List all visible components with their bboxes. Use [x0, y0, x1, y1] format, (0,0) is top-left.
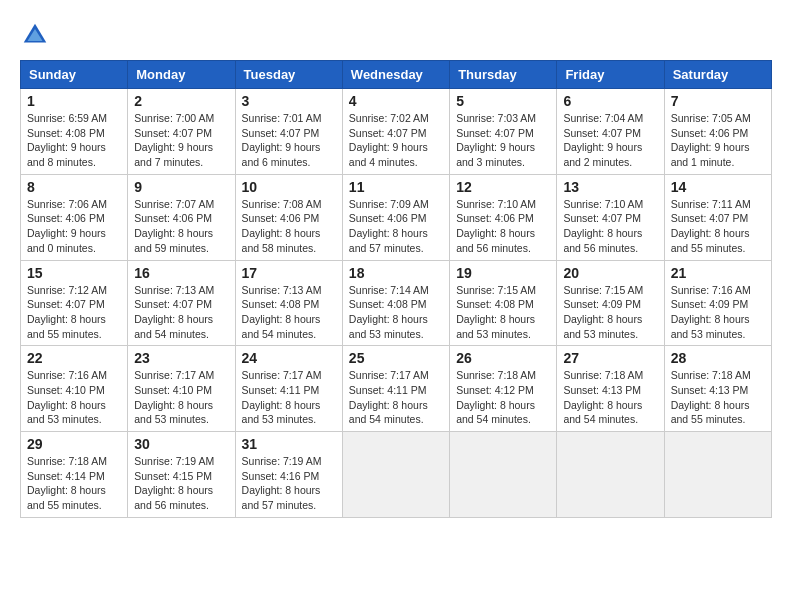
calendar-cell: 20Sunrise: 7:15 AMSunset: 4:09 PMDayligh… — [557, 260, 664, 346]
calendar-cell — [557, 432, 664, 518]
day-info: Sunrise: 7:12 AMSunset: 4:07 PMDaylight:… — [27, 283, 121, 342]
day-info: Sunrise: 7:14 AMSunset: 4:08 PMDaylight:… — [349, 283, 443, 342]
calendar-cell: 11Sunrise: 7:09 AMSunset: 4:06 PMDayligh… — [342, 174, 449, 260]
day-info: Sunrise: 7:19 AMSunset: 4:15 PMDaylight:… — [134, 454, 228, 513]
calendar-cell: 1Sunrise: 6:59 AMSunset: 4:08 PMDaylight… — [21, 89, 128, 175]
day-number: 19 — [456, 265, 550, 281]
day-number: 15 — [27, 265, 121, 281]
calendar-cell: 27Sunrise: 7:18 AMSunset: 4:13 PMDayligh… — [557, 346, 664, 432]
calendar-cell: 14Sunrise: 7:11 AMSunset: 4:07 PMDayligh… — [664, 174, 771, 260]
calendar-cell: 28Sunrise: 7:18 AMSunset: 4:13 PMDayligh… — [664, 346, 771, 432]
day-info: Sunrise: 7:00 AMSunset: 4:07 PMDaylight:… — [134, 111, 228, 170]
day-info: Sunrise: 7:13 AMSunset: 4:07 PMDaylight:… — [134, 283, 228, 342]
calendar-cell: 12Sunrise: 7:10 AMSunset: 4:06 PMDayligh… — [450, 174, 557, 260]
day-number: 24 — [242, 350, 336, 366]
calendar-cell: 6Sunrise: 7:04 AMSunset: 4:07 PMDaylight… — [557, 89, 664, 175]
day-info: Sunrise: 7:09 AMSunset: 4:06 PMDaylight:… — [349, 197, 443, 256]
day-number: 4 — [349, 93, 443, 109]
day-info: Sunrise: 7:15 AMSunset: 4:09 PMDaylight:… — [563, 283, 657, 342]
day-info: Sunrise: 7:04 AMSunset: 4:07 PMDaylight:… — [563, 111, 657, 170]
day-info: Sunrise: 7:18 AMSunset: 4:13 PMDaylight:… — [671, 368, 765, 427]
calendar-cell: 24Sunrise: 7:17 AMSunset: 4:11 PMDayligh… — [235, 346, 342, 432]
day-number: 2 — [134, 93, 228, 109]
column-header-saturday: Saturday — [664, 61, 771, 89]
day-number: 12 — [456, 179, 550, 195]
day-number: 3 — [242, 93, 336, 109]
day-number: 30 — [134, 436, 228, 452]
calendar-cell — [664, 432, 771, 518]
column-header-wednesday: Wednesday — [342, 61, 449, 89]
day-number: 7 — [671, 93, 765, 109]
day-number: 25 — [349, 350, 443, 366]
calendar-week-row: 15Sunrise: 7:12 AMSunset: 4:07 PMDayligh… — [21, 260, 772, 346]
calendar-cell: 22Sunrise: 7:16 AMSunset: 4:10 PMDayligh… — [21, 346, 128, 432]
calendar-cell — [342, 432, 449, 518]
calendar-cell: 8Sunrise: 7:06 AMSunset: 4:06 PMDaylight… — [21, 174, 128, 260]
calendar-cell: 9Sunrise: 7:07 AMSunset: 4:06 PMDaylight… — [128, 174, 235, 260]
day-number: 10 — [242, 179, 336, 195]
day-number: 26 — [456, 350, 550, 366]
logo-icon — [20, 20, 50, 50]
day-info: Sunrise: 7:18 AMSunset: 4:12 PMDaylight:… — [456, 368, 550, 427]
day-number: 28 — [671, 350, 765, 366]
day-number: 11 — [349, 179, 443, 195]
calendar-cell: 3Sunrise: 7:01 AMSunset: 4:07 PMDaylight… — [235, 89, 342, 175]
calendar-cell — [450, 432, 557, 518]
day-info: Sunrise: 7:19 AMSunset: 4:16 PMDaylight:… — [242, 454, 336, 513]
day-info: Sunrise: 7:02 AMSunset: 4:07 PMDaylight:… — [349, 111, 443, 170]
day-number: 6 — [563, 93, 657, 109]
calendar-cell: 13Sunrise: 7:10 AMSunset: 4:07 PMDayligh… — [557, 174, 664, 260]
calendar-cell: 15Sunrise: 7:12 AMSunset: 4:07 PMDayligh… — [21, 260, 128, 346]
day-number: 16 — [134, 265, 228, 281]
calendar-cell: 31Sunrise: 7:19 AMSunset: 4:16 PMDayligh… — [235, 432, 342, 518]
column-header-friday: Friday — [557, 61, 664, 89]
day-info: Sunrise: 7:16 AMSunset: 4:09 PMDaylight:… — [671, 283, 765, 342]
day-number: 23 — [134, 350, 228, 366]
calendar-cell: 5Sunrise: 7:03 AMSunset: 4:07 PMDaylight… — [450, 89, 557, 175]
column-header-monday: Monday — [128, 61, 235, 89]
day-number: 1 — [27, 93, 121, 109]
day-number: 21 — [671, 265, 765, 281]
day-info: Sunrise: 7:01 AMSunset: 4:07 PMDaylight:… — [242, 111, 336, 170]
day-info: Sunrise: 6:59 AMSunset: 4:08 PMDaylight:… — [27, 111, 121, 170]
calendar-cell: 17Sunrise: 7:13 AMSunset: 4:08 PMDayligh… — [235, 260, 342, 346]
calendar-week-row: 22Sunrise: 7:16 AMSunset: 4:10 PMDayligh… — [21, 346, 772, 432]
logo — [20, 20, 54, 50]
column-header-tuesday: Tuesday — [235, 61, 342, 89]
day-number: 5 — [456, 93, 550, 109]
calendar-cell: 19Sunrise: 7:15 AMSunset: 4:08 PMDayligh… — [450, 260, 557, 346]
column-header-sunday: Sunday — [21, 61, 128, 89]
day-info: Sunrise: 7:10 AMSunset: 4:06 PMDaylight:… — [456, 197, 550, 256]
day-info: Sunrise: 7:15 AMSunset: 4:08 PMDaylight:… — [456, 283, 550, 342]
day-number: 17 — [242, 265, 336, 281]
day-info: Sunrise: 7:17 AMSunset: 4:11 PMDaylight:… — [242, 368, 336, 427]
calendar-cell: 10Sunrise: 7:08 AMSunset: 4:06 PMDayligh… — [235, 174, 342, 260]
calendar-cell: 23Sunrise: 7:17 AMSunset: 4:10 PMDayligh… — [128, 346, 235, 432]
header — [20, 20, 772, 50]
calendar-cell: 16Sunrise: 7:13 AMSunset: 4:07 PMDayligh… — [128, 260, 235, 346]
day-number: 22 — [27, 350, 121, 366]
calendar-cell: 18Sunrise: 7:14 AMSunset: 4:08 PMDayligh… — [342, 260, 449, 346]
calendar-cell: 21Sunrise: 7:16 AMSunset: 4:09 PMDayligh… — [664, 260, 771, 346]
day-number: 9 — [134, 179, 228, 195]
calendar-header-row: SundayMondayTuesdayWednesdayThursdayFrid… — [21, 61, 772, 89]
day-info: Sunrise: 7:05 AMSunset: 4:06 PMDaylight:… — [671, 111, 765, 170]
day-number: 29 — [27, 436, 121, 452]
calendar-cell: 26Sunrise: 7:18 AMSunset: 4:12 PMDayligh… — [450, 346, 557, 432]
day-number: 18 — [349, 265, 443, 281]
day-info: Sunrise: 7:17 AMSunset: 4:10 PMDaylight:… — [134, 368, 228, 427]
day-info: Sunrise: 7:18 AMSunset: 4:13 PMDaylight:… — [563, 368, 657, 427]
calendar-cell: 2Sunrise: 7:00 AMSunset: 4:07 PMDaylight… — [128, 89, 235, 175]
calendar-week-row: 8Sunrise: 7:06 AMSunset: 4:06 PMDaylight… — [21, 174, 772, 260]
day-info: Sunrise: 7:17 AMSunset: 4:11 PMDaylight:… — [349, 368, 443, 427]
calendar-week-row: 1Sunrise: 6:59 AMSunset: 4:08 PMDaylight… — [21, 89, 772, 175]
day-info: Sunrise: 7:10 AMSunset: 4:07 PMDaylight:… — [563, 197, 657, 256]
day-info: Sunrise: 7:18 AMSunset: 4:14 PMDaylight:… — [27, 454, 121, 513]
calendar-cell: 7Sunrise: 7:05 AMSunset: 4:06 PMDaylight… — [664, 89, 771, 175]
day-number: 20 — [563, 265, 657, 281]
day-info: Sunrise: 7:13 AMSunset: 4:08 PMDaylight:… — [242, 283, 336, 342]
day-info: Sunrise: 7:11 AMSunset: 4:07 PMDaylight:… — [671, 197, 765, 256]
calendar: SundayMondayTuesdayWednesdayThursdayFrid… — [20, 60, 772, 518]
day-info: Sunrise: 7:16 AMSunset: 4:10 PMDaylight:… — [27, 368, 121, 427]
calendar-week-row: 29Sunrise: 7:18 AMSunset: 4:14 PMDayligh… — [21, 432, 772, 518]
